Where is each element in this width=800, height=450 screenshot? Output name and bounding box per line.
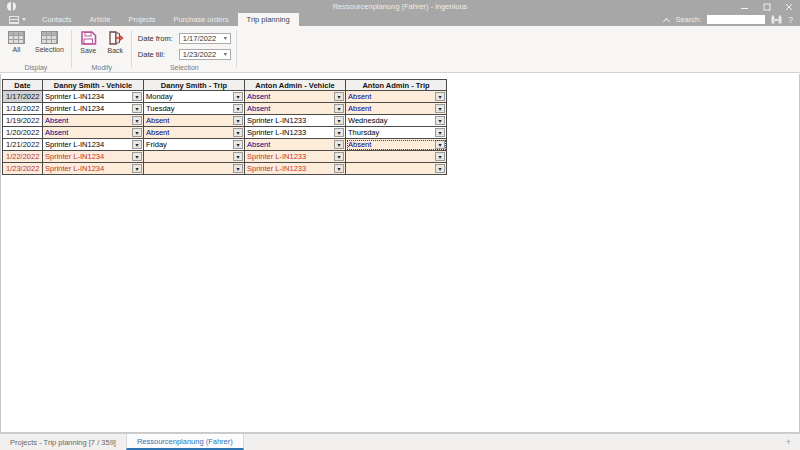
close-button[interactable] — [778, 0, 800, 13]
grid-cell-combobox[interactable]: Absent — [144, 127, 245, 139]
dropdown-arrow-icon[interactable] — [435, 116, 445, 125]
chevron-down-icon: ▾ — [224, 51, 227, 57]
dropdown-arrow-icon[interactable] — [233, 116, 243, 125]
dropdown-arrow-icon[interactable] — [334, 164, 344, 173]
date-cell: 1/20/2022 — [3, 127, 43, 139]
dropdown-arrow-icon[interactable] — [132, 128, 142, 137]
grid-cell-combobox[interactable]: Thursday — [346, 127, 447, 139]
tab-article[interactable]: Article — [81, 13, 120, 26]
grid-cell-combobox[interactable]: Sprinter L-IN1234 — [43, 163, 144, 175]
grid-cell-combobox[interactable]: Sprinter L-IN1234 — [43, 103, 144, 115]
close-icon — [785, 3, 793, 11]
dropdown-arrow-icon[interactable] — [334, 140, 344, 149]
save-floppy-icon — [80, 31, 97, 45]
app-logo-icon — [7, 2, 16, 11]
dropdown-arrow-icon[interactable] — [132, 104, 142, 113]
grid-cell-combobox[interactable]: Monday — [144, 91, 245, 103]
column-header-anton-trip: Anton Admin - Trip — [346, 80, 447, 91]
dropdown-arrow-icon[interactable] — [233, 128, 243, 137]
grid-cell-combobox[interactable]: Sprinter L-IN1234 — [43, 91, 144, 103]
grid-cell-combobox[interactable]: Sprinter L-IN1233 — [245, 127, 346, 139]
grid-cell-combobox[interactable]: Absent — [245, 139, 346, 151]
table-row: 1/20/2022 Absent Absent Sprinter L-IN123… — [3, 127, 447, 139]
dropdown-arrow-icon[interactable] — [435, 92, 445, 101]
grid-cell-combobox[interactable]: Absent — [346, 91, 447, 103]
dropdown-arrow-icon[interactable] — [233, 140, 243, 149]
dropdown-arrow-icon[interactable] — [334, 92, 344, 101]
dropdown-arrow-icon[interactable] — [334, 152, 344, 161]
date-till-combobox[interactable]: 1/23/2022 ▾ — [179, 49, 231, 60]
grid-cell-combobox[interactable] — [144, 151, 245, 163]
grid-cell-combobox[interactable]: Absent — [346, 103, 447, 115]
dropdown-arrow-icon[interactable] — [233, 92, 243, 101]
grid-cell-combobox[interactable]: Sprinter L-IN1234 — [43, 151, 144, 163]
selection-button[interactable]: Selection — [31, 28, 68, 54]
grid-cell-combobox[interactable]: Sprinter L-IN1233 — [245, 151, 346, 163]
table-row: 1/21/2022 Sprinter L-IN1234 Friday Absen… — [3, 139, 447, 151]
grid-cell-combobox[interactable]: Absent — [43, 115, 144, 127]
table-row: 1/19/2022 Absent Absent Sprinter L-IN123… — [3, 115, 447, 127]
dropdown-arrow-icon[interactable] — [334, 116, 344, 125]
application-menu-button[interactable] — [0, 13, 33, 26]
dropdown-arrow-icon[interactable] — [233, 104, 243, 113]
dropdown-arrow-icon[interactable] — [132, 152, 142, 161]
dropdown-arrow-icon[interactable] — [435, 128, 445, 137]
tab-trip-planning[interactable]: Trip planning — [238, 13, 299, 26]
dropdown-arrow-icon[interactable] — [132, 92, 142, 101]
grid-cell-combobox[interactable]: Absent — [245, 91, 346, 103]
grid-cell-combobox[interactable]: Sprinter L-IN1233 — [245, 163, 346, 175]
date-from-value: 1/17/2022 — [183, 34, 216, 43]
grid-cell-combobox-focused[interactable]: Absent — [346, 139, 447, 151]
grid-cell-combobox[interactable] — [346, 151, 447, 163]
date-till-value: 1/23/2022 — [183, 50, 216, 59]
grid-cell-combobox[interactable]: Absent — [144, 115, 245, 127]
dropdown-arrow-icon[interactable] — [132, 164, 142, 173]
grid-cell-combobox[interactable]: Sprinter L-IN1234 — [43, 139, 144, 151]
nav-tabbar: Contacts Article Projects Purchase order… — [0, 13, 800, 26]
footer-tab-projects-trip-planning[interactable]: Projects - Trip planning [7 / 359] — [0, 434, 126, 450]
maximize-icon — [763, 3, 771, 11]
all-button[interactable]: All — [4, 28, 29, 54]
grid-cell-combobox[interactable] — [144, 163, 245, 175]
tab-contacts[interactable]: Contacts — [33, 13, 81, 26]
dropdown-arrow-icon[interactable] — [132, 116, 142, 125]
help-button[interactable]: ? — [788, 15, 793, 25]
table-all-icon — [8, 31, 25, 44]
search-input[interactable] — [707, 15, 765, 24]
dropdown-arrow-icon[interactable] — [435, 152, 445, 161]
group-label-selection: Selection — [136, 62, 233, 72]
grid-cell-combobox[interactable]: Absent — [245, 103, 346, 115]
dropdown-arrow-icon[interactable] — [435, 104, 445, 113]
tab-purchase-orders[interactable]: Purchase orders — [165, 13, 238, 26]
maximize-button[interactable] — [756, 0, 778, 13]
header-row: Date Danny Smith - Vehicle Danny Smith -… — [3, 80, 447, 91]
dropdown-arrow-icon[interactable] — [132, 140, 142, 149]
grid-cell-combobox[interactable] — [346, 163, 447, 175]
menu-grid-icon — [9, 16, 19, 24]
dropdown-arrow-icon[interactable] — [435, 140, 445, 149]
tab-projects[interactable]: Projects — [119, 13, 164, 26]
footer-tab-ressourcenplanung[interactable]: Ressourcenplanung (Fahrer) — [126, 434, 244, 450]
window-controls — [734, 0, 800, 13]
save-button[interactable]: Save — [76, 28, 101, 55]
back-button[interactable]: Back — [103, 28, 128, 55]
date-till-field: Date till: 1/23/2022 ▾ — [138, 49, 231, 60]
dropdown-arrow-icon[interactable] — [334, 104, 344, 113]
collapse-ribbon-chevron-up-icon[interactable] — [663, 17, 670, 24]
grid-cell-combobox[interactable]: Absent — [43, 127, 144, 139]
grid-cell-combobox[interactable]: Sprinter L-IN1233 — [245, 115, 346, 127]
dropdown-arrow-icon[interactable] — [334, 128, 344, 137]
grid-cell-combobox[interactable]: Friday — [144, 139, 245, 151]
add-tab-button[interactable]: + — [777, 434, 800, 450]
minimize-button[interactable] — [734, 0, 756, 13]
binoculars-search-icon[interactable] — [771, 15, 782, 24]
grid-cell-combobox[interactable]: Tuesday — [144, 103, 245, 115]
dropdown-arrow-icon[interactable] — [435, 164, 445, 173]
dropdown-arrow-icon[interactable] — [233, 164, 243, 173]
grid-cell-combobox[interactable]: Wednesday — [346, 115, 447, 127]
date-from-combobox[interactable]: 1/17/2022 ▾ — [179, 33, 231, 44]
minimize-icon — [741, 3, 749, 11]
column-header-danny-vehicle: Danny Smith - Vehicle — [43, 80, 144, 91]
column-header-danny-trip: Danny Smith - Trip — [144, 80, 245, 91]
dropdown-arrow-icon[interactable] — [233, 152, 243, 161]
